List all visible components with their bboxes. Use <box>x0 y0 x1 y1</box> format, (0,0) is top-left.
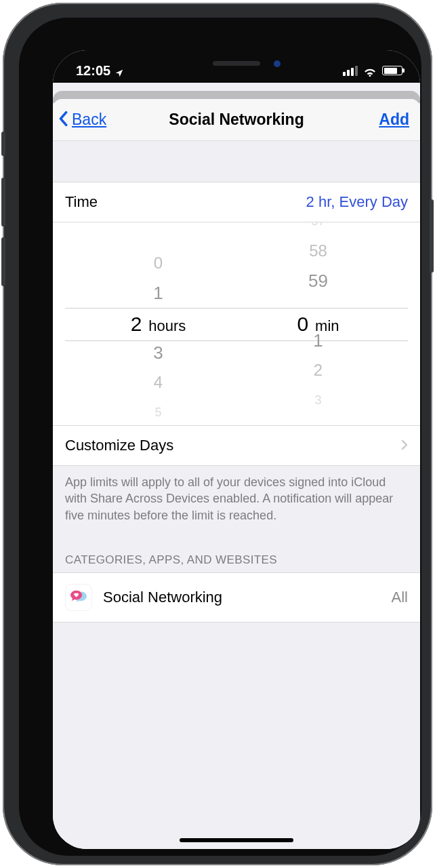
device-frame: 12:05 <box>0 0 435 868</box>
picker-hour-option: 3 <box>153 338 163 368</box>
volume-up <box>1 178 5 226</box>
location-icon <box>115 66 124 75</box>
hours-unit-label: hours <box>148 317 186 335</box>
picker-hour-option: 4 <box>154 368 163 397</box>
picker-hour-option: 1 <box>153 278 163 308</box>
picker-min-option: 59 <box>308 266 328 296</box>
nav-bar: Back Social Networking Add <box>53 99 420 141</box>
picker-min-option: 3 <box>314 385 321 415</box>
section-header: CATEGORIES, APPS, AND WEBSITES <box>53 537 420 572</box>
customize-days-row[interactable]: Customize Days <box>53 426 420 466</box>
chevron-right-icon <box>401 437 408 454</box>
picker-hour-option: 0 <box>154 248 163 278</box>
volume-down <box>1 237 5 286</box>
footer-description: App limits will apply to all of your dev… <box>53 466 420 537</box>
mute-switch <box>1 132 5 156</box>
power-button <box>430 199 434 273</box>
device-inner: 12:05 <box>19 18 421 856</box>
add-button[interactable]: Add <box>379 111 409 129</box>
device-outer: 12:05 <box>3 3 432 865</box>
customize-days-label: Customize Days <box>65 437 173 454</box>
speaker-grille <box>213 61 260 66</box>
page-title: Social Networking <box>53 111 420 129</box>
category-label: Social Networking <box>103 589 222 606</box>
category-value: All <box>392 589 408 606</box>
hours-selected: 2 <box>131 313 142 336</box>
notch <box>152 50 321 76</box>
picker-min-option: 58 <box>309 236 327 266</box>
battery-icon <box>382 66 402 75</box>
chevron-left-icon <box>58 111 70 130</box>
category-row[interactable]: Social Networking All <box>53 572 420 623</box>
camera-dot <box>274 60 281 67</box>
social-networking-icon <box>65 584 92 611</box>
modal-sheet: Back Social Networking Add Time 2 hr, Ev… <box>53 99 420 849</box>
back-label: Back <box>72 111 106 129</box>
cellular-icon <box>343 66 358 76</box>
time-label: Time <box>65 193 98 211</box>
wifi-icon <box>363 65 377 76</box>
picker-min-option: 57 <box>311 222 325 236</box>
status-time: 12:05 <box>76 63 110 79</box>
time-value: 2 hr, Every Day <box>306 193 408 211</box>
time-picker[interactable]: 0 1 2 3 4 5 57 <box>53 222 420 426</box>
section-spacer <box>53 141 420 182</box>
back-button[interactable]: Back <box>58 111 106 130</box>
home-indicator[interactable] <box>180 838 293 842</box>
minutes-selected: 0 <box>297 313 308 336</box>
minutes-unit-label: min <box>315 317 339 335</box>
picker-hour-option: 5 <box>154 397 161 426</box>
screen: 12:05 <box>53 50 420 849</box>
time-row[interactable]: Time 2 hr, Every Day <box>53 182 420 222</box>
picker-min-option: 2 <box>314 355 323 385</box>
